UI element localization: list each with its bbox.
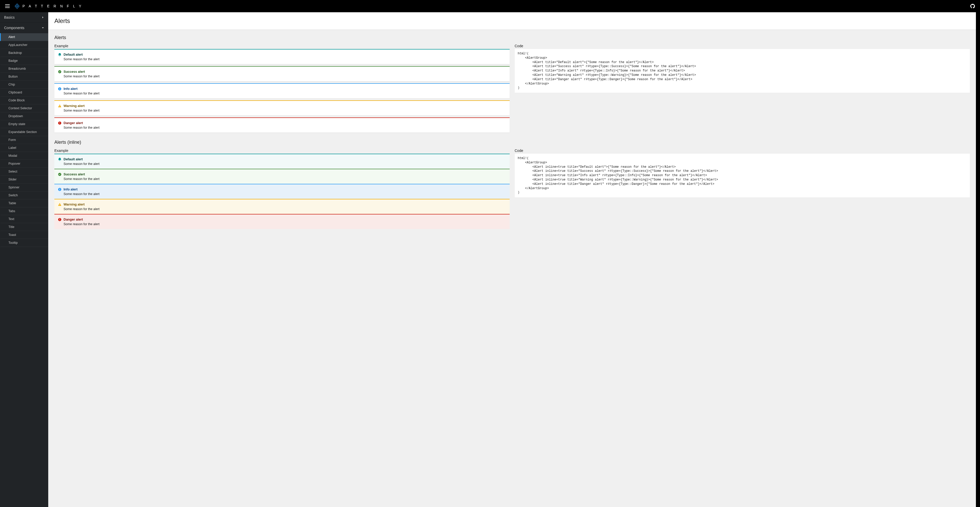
alert-success: Success alertSome reason for the alert xyxy=(54,66,510,81)
sidebar-item-tooltip[interactable]: Tooltip xyxy=(0,239,48,247)
sidebar-item-slider[interactable]: Slider xyxy=(0,175,48,183)
top-header: P A T T E R N F L Y xyxy=(0,0,980,12)
sidebar-item-context-selector[interactable]: Context Selector xyxy=(0,104,48,112)
sidebar-item-empty-state[interactable]: Empty state xyxy=(0,120,48,128)
alert-title: Success alert xyxy=(64,172,85,176)
sidebar-item-expandable-section[interactable]: Expandable Section xyxy=(0,128,48,136)
sidebar-item-label[interactable]: Label xyxy=(0,144,48,152)
sidebar-group-label: Components xyxy=(4,26,24,30)
alert-title: Success alert xyxy=(64,70,85,73)
section-title: Alerts xyxy=(54,35,970,40)
sidebar-item-title[interactable]: Title xyxy=(0,223,48,231)
alert-body: Some reason for the alert xyxy=(64,177,506,181)
danger-icon xyxy=(58,121,62,125)
section-1: Alerts (inline)ExampleDefault alertSome … xyxy=(48,134,976,229)
sidebar-group-basics[interactable]: Basics xyxy=(0,12,48,23)
github-icon xyxy=(970,4,975,8)
info-icon xyxy=(58,87,62,91)
sidebar-item-form[interactable]: Form xyxy=(0,136,48,144)
example-label: Example xyxy=(54,148,510,153)
alert-info: Info alertSome reason for the alert xyxy=(54,184,510,199)
sidebar-item-toast[interactable]: Toast xyxy=(0,231,48,239)
default-icon xyxy=(58,158,62,161)
alert-title: Warning alert xyxy=(64,104,85,108)
success-icon xyxy=(58,70,62,73)
sidebar-item-breadcrumb[interactable]: Breadcrumb xyxy=(0,65,48,73)
sidebar-item-applauncher[interactable]: AppLauncher xyxy=(0,41,48,49)
sidebar-item-badge[interactable]: Badge xyxy=(0,57,48,65)
warning-icon xyxy=(58,203,62,206)
alert-title: Default alert xyxy=(64,157,83,161)
success-icon xyxy=(58,172,62,176)
alert-body: Some reason for the alert xyxy=(64,192,506,196)
sidebar-item-tabs[interactable]: Tabs xyxy=(0,207,48,215)
default-icon xyxy=(58,53,62,56)
alert-title: Danger alert xyxy=(64,217,83,221)
alert-default: Default alertSome reason for the alert xyxy=(54,49,510,64)
alert-title: Default alert xyxy=(64,53,83,56)
info-icon xyxy=(58,188,62,191)
sidebar-item-text[interactable]: Text xyxy=(0,215,48,223)
svg-rect-2 xyxy=(59,89,60,89)
hamburger-icon[interactable] xyxy=(5,4,10,8)
svg-rect-11 xyxy=(59,189,60,190)
sidebar-item-clipboard[interactable]: Clipboard xyxy=(0,89,48,97)
danger-icon xyxy=(58,218,62,221)
sidebar-item-backdrop[interactable]: Backdrop xyxy=(0,49,48,57)
sidebar-item-code-block[interactable]: Code Block xyxy=(0,97,48,104)
sidebar-item-chip[interactable]: Chip xyxy=(0,81,48,89)
alert-title: Info alert xyxy=(64,187,78,191)
page-title: Alerts xyxy=(54,18,970,24)
sidebar-group-label: Basics xyxy=(4,15,14,19)
alert-body: Some reason for the alert xyxy=(64,57,506,61)
alert-danger: Danger alertSome reason for the alert xyxy=(54,118,510,132)
chevron-down-icon xyxy=(41,27,44,29)
sidebar-item-button[interactable]: Button xyxy=(0,73,48,81)
alert-body: Some reason for the alert xyxy=(64,126,506,129)
github-link[interactable] xyxy=(970,4,975,8)
patternfly-logo-icon xyxy=(14,3,20,9)
alert-body: Some reason for the alert xyxy=(64,109,506,112)
svg-rect-12 xyxy=(59,188,60,189)
alert-title: Warning alert xyxy=(64,202,85,206)
svg-rect-4 xyxy=(59,105,60,106)
code-snippet[interactable]: html!( <AlertGroup> <Alert title="Defaul… xyxy=(515,49,970,92)
sidebar-item-spinner[interactable]: Spinner xyxy=(0,183,48,191)
brand-logo[interactable]: P A T T E R N F L Y xyxy=(14,3,83,9)
example-label: Example xyxy=(54,44,510,48)
alert-body: Some reason for the alert xyxy=(64,162,506,166)
sidebar-item-switch[interactable]: Switch xyxy=(0,191,48,199)
code-label: Code xyxy=(515,44,970,48)
alert-warning: Warning alertSome reason for the alert xyxy=(54,199,510,214)
svg-rect-7 xyxy=(59,122,60,123)
alert-danger: Danger alertSome reason for the alert xyxy=(54,214,510,229)
svg-rect-3 xyxy=(59,88,60,88)
sidebar: Basics Components AlertAppLauncherBackdr… xyxy=(0,12,48,507)
section-title: Alerts (inline) xyxy=(54,140,970,145)
svg-rect-16 xyxy=(59,218,60,220)
alert-title: Info alert xyxy=(64,87,78,91)
alert-group: Default alertSome reason for the alertSu… xyxy=(54,154,510,229)
alert-success: Success alertSome reason for the alert xyxy=(54,169,510,184)
main-content: Alerts AlertsExampleDefault alertSome re… xyxy=(48,12,976,507)
sidebar-item-table[interactable]: Table xyxy=(0,199,48,207)
alert-body: Some reason for the alert xyxy=(64,222,506,226)
sidebar-item-select[interactable]: Select xyxy=(0,168,48,175)
warning-icon xyxy=(58,104,62,108)
alert-group: Default alertSome reason for the alertSu… xyxy=(54,49,510,134)
chevron-right-icon xyxy=(41,16,44,19)
alert-body: Some reason for the alert xyxy=(64,75,506,78)
alert-default: Default alertSome reason for the alert xyxy=(54,154,510,169)
sidebar-item-dropdown[interactable]: Dropdown xyxy=(0,112,48,120)
svg-rect-13 xyxy=(59,204,60,205)
sidebar-group-components[interactable]: Components xyxy=(0,23,48,33)
sidebar-item-alert[interactable]: Alert xyxy=(0,33,48,41)
sidebar-item-modal[interactable]: Modal xyxy=(0,152,48,160)
brand-text: P A T T E R N F L Y xyxy=(22,4,83,8)
code-label: Code xyxy=(515,148,970,153)
alert-info: Info alertSome reason for the alert xyxy=(54,83,510,98)
alert-title: Danger alert xyxy=(64,121,83,125)
alert-body: Some reason for the alert xyxy=(64,207,506,211)
sidebar-item-popover[interactable]: Popover xyxy=(0,160,48,168)
code-snippet[interactable]: html!( <AlertGroup> <Alert inline=true t… xyxy=(515,154,970,197)
